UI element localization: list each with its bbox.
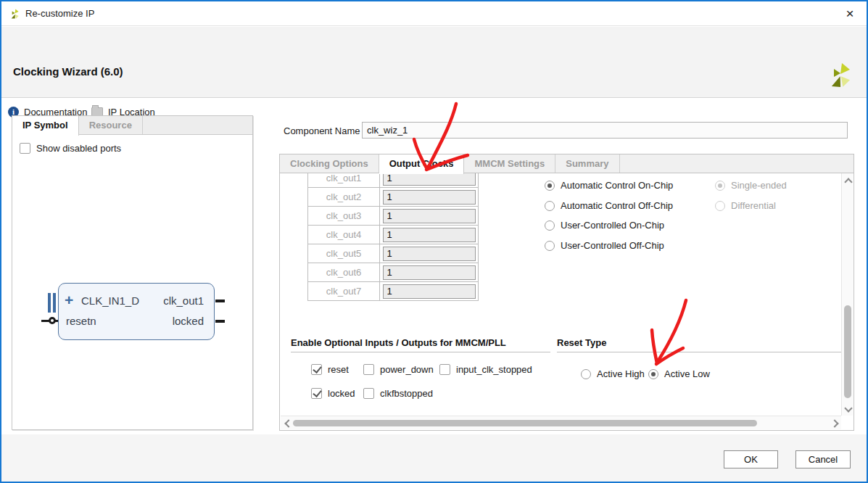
section-divider [291,352,550,352]
ip-symbol-canvas: Show disabled ports + CLK_IN1_D resetn c… [12,136,252,429]
settings-tabs: Clocking Options Output Clocks MMCM Sett… [280,154,853,173]
clk-out1-stub [215,300,225,302]
close-icon[interactable]: × [842,6,858,22]
checkbox-input-clk-stopped[interactable]: input_clk_stopped [439,364,532,375]
ip-symbol-block[interactable]: + CLK_IN1_D resetn clk_out1 locked [58,283,215,340]
optional-io-section-title: Enable Optional Inputs / Outputs for MMC… [291,337,506,348]
checkbox-icon [20,143,30,154]
radio-icon [545,241,555,251]
scroll-left-icon[interactable] [284,420,289,426]
radio-automatic-control-on-chip[interactable]: Automatic Control On-Chip [545,180,673,191]
clk-out2-value-input[interactable] [383,190,476,205]
output-clock-table: clk_out1 clk_out2 clk_out3 clk_out4 clk_… [307,173,479,301]
checkbox-icon [311,388,322,399]
table-row: clk_out1 [308,173,479,188]
component-name-input[interactable] [362,122,848,139]
clk-out7-value-input[interactable] [383,284,476,299]
radio-icon [715,181,725,191]
diff-clock-bar-icon [53,293,56,313]
recustomize-ip-dialog: Re-customize IP × Clocking Wizard (6.0) … [0,0,868,483]
port-resetn: resetn [66,315,96,327]
ip-symbol-panel: IP Symbol Resource Show disabled ports +… [12,115,253,430]
tab-clocking-options[interactable]: Clocking Options [280,154,379,173]
scroll-up-icon[interactable] [845,177,851,183]
checkbox-icon [311,364,322,375]
table-row: clk_out5 [308,244,479,263]
vertical-scrollbar[interactable] [841,173,853,416]
radio-icon [581,369,591,379]
radio-icon [648,369,658,379]
radio-automatic-control-off-chip[interactable]: Automatic Control Off-Chip [545,200,673,211]
tab-resource[interactable]: Resource [79,116,143,134]
horizontal-scrollbar[interactable] [281,416,841,429]
tab-ip-symbol[interactable]: IP Symbol [12,116,79,136]
radio-active-low[interactable]: Active Low [648,368,710,379]
checkbox-clkfbstopped[interactable]: clkfbstopped [363,388,433,399]
checkbox-icon [439,364,450,375]
section-divider [557,352,841,352]
expand-plus-icon[interactable]: + [65,294,73,307]
port-locked: locked [173,315,204,327]
cancel-button[interactable]: Cancel [795,450,851,468]
title-bar: Re-customize IP × [1,1,867,26]
show-disabled-ports-checkbox[interactable]: Show disabled ports [20,143,121,154]
reset-type-section-title: Reset Type [557,337,606,348]
settings-tab-panel: Clocking Options Output Clocks MMCM Sett… [279,154,854,431]
radio-user-controlled-on-chip[interactable]: User-Controlled On-Chip [545,220,664,231]
table-row: clk_out4 [308,226,479,244]
table-row: clk_out7 [308,282,479,301]
port-clk-out1: clk_out1 [163,294,204,307]
left-panel-tabs: IP Symbol Resource [12,116,252,135]
active-low-bubble-icon [49,317,56,324]
radio-user-controlled-off-chip[interactable]: User-Controlled Off-Chip [545,240,664,251]
output-clocks-content: clk_out1 clk_out2 clk_out3 clk_out4 clk_… [281,173,841,416]
xilinx-logo-large [826,59,855,88]
page-title: Clocking Wizard (6.0) [13,65,123,78]
radio-icon [545,220,555,231]
clk-out4-value-input[interactable] [383,228,476,242]
dialog-header: Clocking Wizard (6.0) i Documentation IP… [1,27,867,98]
clk-out6-value-input[interactable] [383,265,476,280]
window-title: Re-customize IP [25,8,94,19]
xilinx-logo-icon [9,7,21,20]
tab-summary[interactable]: Summary [555,154,619,173]
radio-differential: Differential [715,200,776,211]
horizontal-scroll-thumb[interactable] [293,420,757,426]
radio-icon [545,201,555,211]
clk-out1-value-input[interactable] [383,173,476,186]
tab-output-clocks[interactable]: Output Clocks [379,154,465,174]
scroll-right-icon[interactable] [832,420,838,426]
locked-stub [215,320,225,323]
port-clk-in1-d: CLK_IN1_D [81,294,139,307]
tab-mmcm-settings[interactable]: MMCM Settings [464,154,555,173]
table-row: clk_out6 [308,263,479,282]
radio-active-high[interactable]: Active High [581,368,645,379]
component-name-label: Component Name [284,125,360,136]
clk-out3-value-input[interactable] [383,209,476,223]
checkbox-power-down[interactable]: power_down [363,364,434,375]
vertical-scroll-thumb[interactable] [844,305,851,398]
checkbox-reset[interactable]: reset [311,364,349,375]
dialog-footer: OK Cancel [1,434,867,482]
table-row: clk_out3 [308,207,479,226]
table-row: clk_out2 [308,188,479,207]
radio-single-ended: Single-ended [715,180,787,191]
ok-button[interactable]: OK [724,450,778,468]
diff-clock-bar-icon [48,293,51,313]
checkbox-icon [363,364,374,375]
radio-icon [715,201,725,211]
clk-out5-value-input[interactable] [383,247,476,261]
checkbox-locked[interactable]: locked [311,388,355,399]
checkbox-icon [363,388,374,399]
radio-icon [545,181,555,191]
scroll-down-icon[interactable] [845,406,851,412]
